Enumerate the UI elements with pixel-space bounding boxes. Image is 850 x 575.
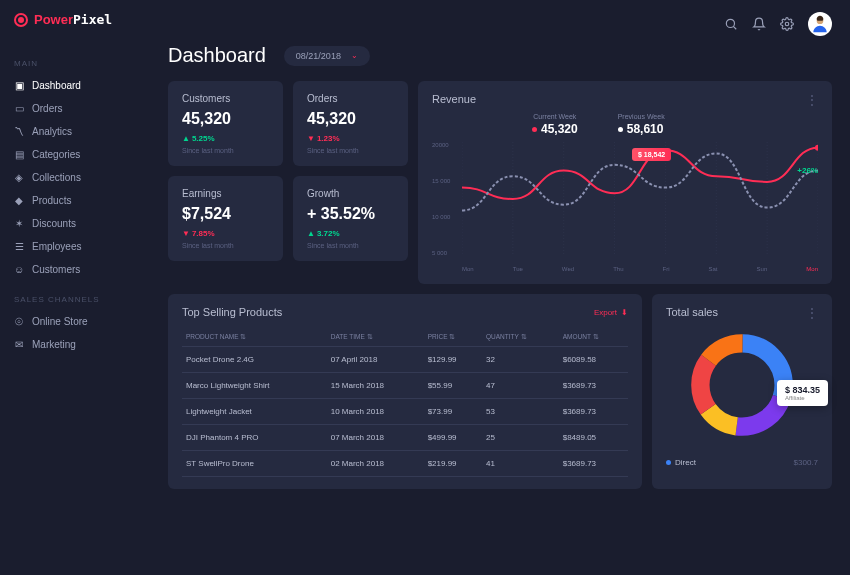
dot-icon <box>618 127 623 132</box>
download-icon: ⬇ <box>621 308 628 317</box>
stat-value: $7,524 <box>182 205 269 223</box>
table-cell: 02 March 2018 <box>327 451 424 477</box>
gear-icon[interactable] <box>780 17 794 31</box>
sidebar-item-analytics[interactable]: 〽Analytics <box>14 120 136 143</box>
stat-delta: ▲ 5.25% <box>182 134 269 143</box>
column-header[interactable]: PRODUCT NAME ⇅ <box>182 328 327 347</box>
legend-label: Current Week <box>532 113 578 120</box>
stat-label: Customers <box>182 93 269 104</box>
sidebar-item-employees[interactable]: ☰Employees <box>14 235 136 258</box>
sidebar-item-discounts[interactable]: ✶Discounts <box>14 212 136 235</box>
nav-item-label: Discounts <box>32 218 76 229</box>
export-button[interactable]: Export ⬇ <box>594 308 628 317</box>
products-card: Top Selling Products Export ⬇ PRODUCT NA… <box>168 294 642 489</box>
nav-section-label: SALES CHANNELS <box>14 295 136 304</box>
table-cell: 07 April 2018 <box>327 347 424 373</box>
svg-point-12 <box>815 145 818 151</box>
column-header[interactable]: PRICE ⇅ <box>424 328 482 347</box>
stat-caption: Since last month <box>307 147 394 154</box>
table-row[interactable]: Lightweight Jacket10 March 2018$73.9953$… <box>182 399 628 425</box>
legend-previous: Previous Week 58,610 <box>618 113 665 136</box>
table-cell: 10 March 2018 <box>327 399 424 425</box>
more-icon[interactable]: ⋮ <box>806 93 818 107</box>
nav-item-label: Collections <box>32 172 81 183</box>
more-icon[interactable]: ⋮ <box>806 306 818 320</box>
stat-delta: ▼ 7.85% <box>182 229 269 238</box>
x-tick: Fri <box>663 266 670 272</box>
stats-grid: Customers 45,320 ▲ 5.25% Since last mont… <box>168 81 408 284</box>
table-cell: $3689.73 <box>559 451 628 477</box>
nav-item-label: Dashboard <box>32 80 81 91</box>
table-row[interactable]: ST SwellPro Drone02 March 2018$219.9941$… <box>182 451 628 477</box>
stat-orders: Orders 45,320 ▼ 1.23% Since last month <box>293 81 408 166</box>
table-row[interactable]: Marco Lightweight Shirt15 March 2018$55.… <box>182 373 628 399</box>
sidebar-item-categories[interactable]: ▤Categories <box>14 143 136 166</box>
logo[interactable]: PowerPixel <box>0 12 150 45</box>
table-title: Top Selling Products <box>182 306 282 318</box>
avatar[interactable] <box>808 12 832 36</box>
collections-icon: ◈ <box>14 173 24 183</box>
marketing-icon: ✉ <box>14 340 24 350</box>
search-icon[interactable] <box>724 17 738 31</box>
table-cell: DJI Phantom 4 PRO <box>182 425 327 451</box>
table-cell: $3689.73 <box>559 373 628 399</box>
x-tick: Mon <box>462 266 474 272</box>
table-cell: ST SwellPro Drone <box>182 451 327 477</box>
sidebar-item-online-store[interactable]: ⦾Online Store <box>14 310 136 333</box>
dashboard-icon: ▣ <box>14 81 24 91</box>
x-tick: Thu <box>613 266 623 272</box>
table-cell: $3689.73 <box>559 399 628 425</box>
table-cell: $219.99 <box>424 451 482 477</box>
chart-tooltip: $ 18,542 <box>632 148 671 161</box>
sidebar-item-orders[interactable]: ▭Orders <box>14 97 136 120</box>
customers-icon: ☺ <box>14 265 24 275</box>
y-tick: 20000 <box>432 142 462 148</box>
table-cell: $8489.05 <box>559 425 628 451</box>
stat-caption: Since last month <box>307 242 394 249</box>
table-cell: 07 March 2018 <box>327 425 424 451</box>
legend-item: Direct <box>666 458 696 467</box>
sidebar-item-customers[interactable]: ☺Customers <box>14 258 136 281</box>
y-tick: 15 000 <box>432 178 462 184</box>
table-row[interactable]: DJI Phantom 4 PRO07 March 2018$499.9925$… <box>182 425 628 451</box>
x-tick: Sat <box>709 266 718 272</box>
stat-caption: Since last month <box>182 147 269 154</box>
table-cell: 15 March 2018 <box>327 373 424 399</box>
svg-point-2 <box>785 22 789 26</box>
dot-icon <box>532 127 537 132</box>
sales-title: Total sales <box>666 306 718 318</box>
nav-item-label: Products <box>32 195 71 206</box>
header-row: Dashboard 08/21/2018 ⌄ <box>168 44 832 67</box>
store-icon: ⦾ <box>14 317 24 327</box>
column-header[interactable]: AMOUNT ⇅ <box>559 328 628 347</box>
table-cell: Lightweight Jacket <box>182 399 327 425</box>
stat-value: 45,320 <box>182 110 269 128</box>
nav-item-label: Marketing <box>32 339 76 350</box>
sidebar-item-collections[interactable]: ◈Collections <box>14 166 136 189</box>
column-header[interactable]: QUANTITY ⇅ <box>482 328 559 347</box>
chevron-down-icon: ⌄ <box>351 51 358 60</box>
sidebar-item-dashboard[interactable]: ▣Dashboard <box>14 74 136 97</box>
date-picker[interactable]: 08/21/2018 ⌄ <box>284 46 370 66</box>
stat-value: 45,320 <box>307 110 394 128</box>
x-tick: Wed <box>562 266 574 272</box>
column-header[interactable]: DATE TIME ⇅ <box>327 328 424 347</box>
topbar <box>168 12 832 36</box>
bell-icon[interactable] <box>752 17 766 31</box>
table-cell: Marco Lightweight Shirt <box>182 373 327 399</box>
sidebar-item-marketing[interactable]: ✉Marketing <box>14 333 136 356</box>
sidebar-item-products[interactable]: ◆Products <box>14 189 136 212</box>
discounts-icon: ✶ <box>14 219 24 229</box>
table-cell: 41 <box>482 451 559 477</box>
table-row[interactable]: Pocket Drone 2.4G07 April 2018$129.9932$… <box>182 347 628 373</box>
table-cell: Pocket Drone 2.4G <box>182 347 327 373</box>
svg-line-1 <box>733 26 736 29</box>
stat-label: Earnings <box>182 188 269 199</box>
legend-current: Current Week 45,320 <box>532 113 578 136</box>
stat-earnings: Earnings $7,524 ▼ 7.85% Since last month <box>168 176 283 261</box>
stat-label: Growth <box>307 188 394 199</box>
table-cell: $499.99 <box>424 425 482 451</box>
sales-card: Total sales ⋮ $ 834.35 Affiliate Direct … <box>652 294 832 489</box>
page-title: Dashboard <box>168 44 266 67</box>
table-cell: $55.99 <box>424 373 482 399</box>
